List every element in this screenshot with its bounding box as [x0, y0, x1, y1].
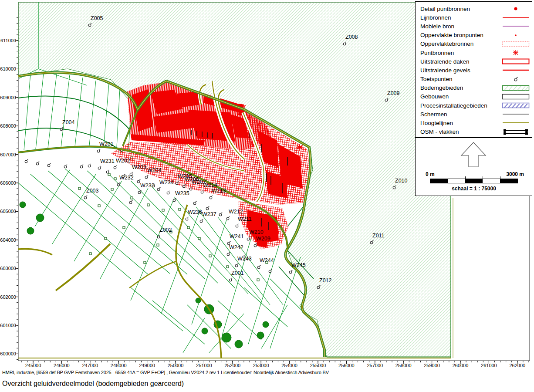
toetspunt-marker — [121, 172, 126, 178]
scale-bar-segments — [430, 179, 518, 183]
x-tick-label: 249000 — [139, 363, 155, 368]
toetspunt-marker — [184, 215, 189, 220]
detail-puntbron-icon — [502, 6, 530, 12]
toetspunt-marker — [181, 182, 186, 188]
toetspunt-marker — [199, 217, 204, 223]
map-label-W212: W212 — [229, 209, 243, 215]
legend-item-detail-puntbron: Detail puntbronnen — [416, 4, 532, 13]
toetspunt-marker — [256, 264, 261, 269]
toetspunt-marker — [192, 199, 197, 205]
map-label-W203: W203 — [132, 165, 146, 170]
toetspunt-marker — [174, 179, 179, 185]
map-label-W234: W234 — [159, 180, 174, 186]
oppervlakte-bronpunt-icon — [502, 32, 530, 38]
legend-item-label: Schermen — [420, 111, 447, 118]
toetspunt-marker — [384, 96, 389, 101]
legend-item-uitstralende-gevel: Uitstralende gevels — [416, 66, 532, 74]
map-label-W202: W202 — [116, 158, 130, 164]
map-label-W245: W245 — [291, 263, 306, 268]
puntbron-icon — [502, 50, 530, 56]
toetspunt-marker — [87, 162, 92, 167]
toetspunt-marker — [369, 239, 374, 244]
legend-item-osm-vlak: OSM - vlakken — [416, 128, 532, 136]
legend-item-scherm: Schermen — [416, 110, 532, 118]
toetspunt-marker — [188, 185, 193, 190]
x-tick-label: 258000 — [395, 363, 412, 368]
uitstralend-dak-icon — [502, 58, 530, 64]
legend-item-label: Gebouwen — [420, 93, 449, 100]
toetspunt-marker — [342, 40, 347, 45]
legend-item-label: Mobiele bron — [420, 23, 454, 30]
footer-info-line: HMRI, industrie, [6559 def BP GVP Eemsha… — [2, 370, 329, 375]
legend-item-mobiele-bron: Mobiele bron — [416, 22, 532, 30]
map-label-W209: W209 — [256, 236, 270, 242]
map-label-W241: W241 — [230, 234, 244, 240]
legend-item-label: Procesinstallatiegebieden — [420, 102, 487, 109]
map-label-Z003: Z003 — [86, 188, 99, 194]
map-label-W242: W242 — [229, 245, 243, 250]
toetspunt-marker — [241, 253, 247, 258]
map-label-Z001: Z001 — [231, 270, 244, 276]
legend-panel: Detail puntbronnenLijnbronnenMobiele bro… — [415, 1, 532, 138]
toetspunt-marker — [87, 21, 92, 27]
legend-item-label: Oppervlaktebronnen — [420, 41, 473, 47]
toetspunt-marker — [97, 164, 102, 169]
legend-item-gebouw: Gebouwen — [416, 92, 532, 101]
toetspunt-marker — [392, 184, 397, 189]
y-tick-label: 601000 — [0, 323, 16, 328]
x-tick-label: 262000 — [509, 363, 525, 368]
legend-item-puntbron: Puntbronnen — [416, 48, 532, 57]
legend-item-hoogtelijn: Hoogtelijnen — [416, 118, 532, 127]
map-label-Z010: Z010 — [395, 178, 408, 184]
toetspunt-marker — [225, 215, 230, 220]
toetspunt-icon — [502, 76, 530, 82]
map-label-W210: W210 — [249, 230, 264, 235]
north-arrow-icon — [460, 142, 487, 167]
toetspunt-marker — [234, 262, 239, 267]
toetspunt-marker — [226, 250, 231, 256]
toetspunt-marker — [128, 199, 133, 204]
toetspunt-marker — [96, 147, 101, 152]
x-tick-label: 255000 — [310, 363, 326, 368]
scale-segment — [500, 179, 517, 183]
y-tick-label: 604000 — [0, 237, 16, 243]
legend-items: Detail puntbronnenLijnbronnenMobiele bro… — [416, 4, 532, 136]
y-tick-label: 603000 — [0, 266, 16, 271]
lijnbron-icon — [502, 14, 530, 20]
legend-item-label: Detail puntbronnen — [420, 6, 470, 12]
toetspunt-marker — [172, 196, 177, 202]
map-label-W213: W213 — [212, 188, 226, 194]
toetspunt-marker — [246, 235, 251, 240]
toetspunt-marker — [63, 163, 68, 168]
map-label-W204: W204 — [147, 168, 162, 173]
oppervlaktebron-icon — [502, 41, 530, 47]
y-tick-label: 606000 — [0, 180, 16, 186]
x-tick-label: 250000 — [168, 363, 184, 368]
geomilieu-map-export: 2450002460002470002480002490002500002510… — [0, 0, 534, 392]
y-tick-label: 611000 — [0, 38, 16, 43]
legend-item-uitstralend-dak: Uitstralende daken — [416, 57, 532, 66]
legend-item-label: Uitstralende daken — [420, 58, 470, 65]
toetspunt-marker — [253, 242, 258, 247]
scale-segment — [448, 179, 465, 183]
legend-item-label: Oppervlakte bronpunten — [420, 32, 483, 38]
scale-segment — [430, 179, 448, 183]
toetspunt-marker — [105, 168, 110, 173]
x-tick-label: 247000 — [82, 363, 98, 368]
bodemgebied-icon — [502, 85, 530, 91]
legend-item-label: Puntbronnen — [420, 50, 454, 56]
toetspunt-marker — [46, 162, 51, 167]
hoogtelijn-icon — [502, 120, 530, 126]
scale-max-label: 3000 m — [506, 171, 524, 177]
mobiele-bron-icon — [502, 23, 530, 29]
osm-vlak-icon — [502, 129, 530, 135]
legend-item-procesinstallatiegebied: Procesinstallatiegebieden — [416, 101, 532, 110]
toetspunt-marker — [59, 125, 64, 131]
toetspunt-marker — [35, 160, 40, 165]
toetspunt-marker — [151, 182, 156, 187]
toetspunt-marker — [136, 178, 141, 183]
map-label-Z011: Z011 — [372, 233, 385, 239]
map-label-W235: W235 — [175, 191, 189, 196]
y-tick-label: 609000 — [0, 95, 16, 100]
scherm-icon — [502, 111, 530, 117]
